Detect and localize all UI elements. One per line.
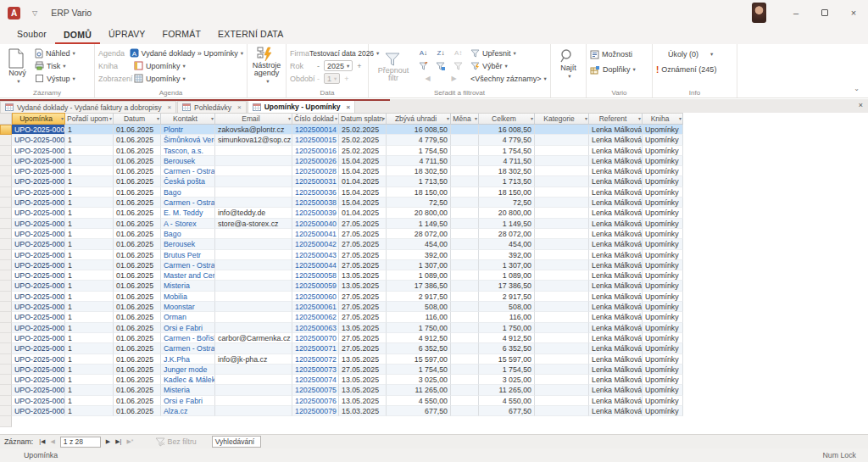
- cell-celkem[interactable]: 1 307,00: [479, 260, 535, 270]
- table-row[interactable]: UPO-2025-00019101.06.2025Orman1202500062…: [0, 312, 868, 322]
- cell-kniha[interactable]: Upomínky: [643, 146, 683, 156]
- cell-kategorie[interactable]: [535, 312, 589, 322]
- row-selector[interactable]: [0, 333, 12, 343]
- cell-mena[interactable]: [451, 354, 479, 365]
- cell-kategorie[interactable]: [535, 281, 589, 291]
- row-selector[interactable]: [0, 375, 12, 385]
- cell-cislo[interactable]: 1202500038: [292, 198, 339, 208]
- column-header-splatnost[interactable]: Datum splatn▾: [339, 113, 387, 125]
- column-header-zbyva[interactable]: Zbývá uhradi▾: [387, 113, 451, 125]
- cell-upominka[interactable]: UPO-2025-00028: [12, 406, 65, 416]
- cell-zbyva[interactable]: 1 754,50: [387, 365, 451, 375]
- cell-upominka[interactable]: UPO-2025-00002: [12, 135, 65, 145]
- cell-poradi[interactable]: 1: [65, 176, 114, 186]
- table-row[interactable]: UPO-2025-00017101.06.2025Mobilia12025000…: [0, 292, 868, 302]
- next-record-button[interactable]: ▶: [103, 438, 113, 445]
- cell-kategorie[interactable]: [535, 219, 589, 229]
- cell-cislo[interactable]: 1202500042: [292, 239, 339, 249]
- cell-kniha[interactable]: Upomínky: [643, 208, 683, 218]
- cell-referent[interactable]: Lenka Málková: [589, 343, 643, 353]
- table-row[interactable]: UPO-2025-00006101.06.2025Česká pošta1202…: [0, 176, 868, 186]
- cell-zbyva[interactable]: 16 008,50: [387, 125, 451, 135]
- year-minus-button[interactable]: -: [317, 62, 320, 70]
- cell-referent[interactable]: Lenka Málková: [589, 229, 643, 239]
- cell-email[interactable]: [215, 312, 292, 322]
- cell-email[interactable]: [215, 146, 292, 156]
- cell-mena[interactable]: [451, 292, 479, 302]
- cell-kategorie[interactable]: [535, 375, 589, 385]
- table-row[interactable]: UPO-2025-00001101.06.2025Plontrzakovska@…: [0, 125, 868, 135]
- column-dropdown-icon[interactable]: ▾: [288, 114, 291, 125]
- cell-kniha[interactable]: Upomínky: [643, 176, 683, 186]
- row-selector[interactable]: [0, 302, 12, 312]
- cell-celkem[interactable]: 17 386,50: [479, 281, 535, 291]
- cell-kniha[interactable]: Upomínky: [643, 270, 683, 281]
- prev-filter-button[interactable]: ◀: [421, 73, 435, 84]
- cell-upominka[interactable]: UPO-2025-00011: [12, 229, 65, 239]
- record-position[interactable]: 1 z 28: [60, 437, 101, 448]
- row-selector[interactable]: [0, 198, 12, 208]
- cell-cislo[interactable]: 1202500058: [292, 270, 339, 281]
- cell-cislo[interactable]: 1202500041: [292, 229, 339, 239]
- cell-celkem[interactable]: 72,50: [479, 198, 535, 208]
- cell-referent[interactable]: Lenka Málková: [589, 239, 643, 249]
- cell-kontakt[interactable]: Misteria: [161, 385, 215, 395]
- cell-celkem[interactable]: 11 265,00: [479, 385, 535, 395]
- cell-email[interactable]: [215, 229, 292, 239]
- cell-kniha[interactable]: Upomínky: [643, 260, 683, 270]
- cell-datum[interactable]: 01.06.2025: [114, 260, 161, 270]
- table-row[interactable]: UPO-2025-00011101.06.2025Bago12025000412…: [0, 229, 868, 239]
- cell-kontakt[interactable]: Carmen - Ostra: [161, 166, 215, 176]
- cell-kniha[interactable]: Upomínky: [643, 323, 683, 333]
- cell-datum[interactable]: 01.06.2025: [114, 302, 161, 312]
- period-plus-button[interactable]: +: [344, 75, 348, 83]
- row-selector[interactable]: [0, 156, 12, 166]
- row-selector[interactable]: [0, 281, 12, 291]
- cell-datum[interactable]: 01.06.2025: [114, 333, 161, 343]
- table-row[interactable]: UPO-2025-00026101.06.2025Misteria1202500…: [0, 385, 868, 395]
- menu-format[interactable]: FORMÁT: [154, 29, 210, 44]
- cell-datum[interactable]: 01.06.2025: [114, 208, 161, 218]
- cell-celkem[interactable]: 677,50: [479, 406, 535, 416]
- cell-kategorie[interactable]: [535, 323, 589, 333]
- cell-celkem[interactable]: 18 150,00: [479, 187, 535, 198]
- cell-celkem[interactable]: 1 754,50: [479, 146, 535, 156]
- firma-selector[interactable]: Testovací data 2026: [309, 49, 374, 58]
- cell-kategorie[interactable]: [535, 208, 589, 218]
- cell-kniha[interactable]: Upomínky: [643, 396, 683, 406]
- agenda-tools-button[interactable]: Nástroje agendy ▾: [251, 47, 282, 87]
- cell-zbyva[interactable]: 4 550,00: [387, 396, 451, 406]
- cell-splatnost[interactable]: 25.02.2025: [339, 146, 387, 156]
- cell-referent[interactable]: Lenka Málková: [589, 176, 643, 186]
- row-selector[interactable]: [0, 219, 12, 229]
- cell-referent[interactable]: Lenka Málková: [589, 302, 643, 312]
- all-records-selector[interactable]: <Všechny záznamy>▾: [470, 72, 547, 85]
- column-header-poradi[interactable]: Pořadí upom▾: [65, 113, 114, 125]
- cell-cislo[interactable]: 1202500044: [292, 260, 339, 270]
- cell-celkem[interactable]: 3 025,00: [479, 375, 535, 385]
- cell-email[interactable]: [215, 250, 292, 260]
- cell-kontakt[interactable]: Master and Cen: [161, 270, 215, 281]
- cell-email[interactable]: zakovska@plontr.cz: [215, 125, 292, 135]
- cell-kontakt[interactable]: Orsi e Fabri: [161, 323, 215, 333]
- cell-splatnost[interactable]: 25.02.2025: [339, 125, 387, 135]
- row-selector[interactable]: [0, 396, 12, 406]
- cell-kategorie[interactable]: [535, 270, 589, 281]
- row-selector[interactable]: [0, 166, 12, 176]
- cell-celkem[interactable]: 2 917,50: [479, 292, 535, 302]
- cell-email[interactable]: [215, 365, 292, 375]
- new-record-nav-button[interactable]: ▶*: [124, 438, 136, 445]
- row-selector[interactable]: [0, 343, 12, 353]
- new-record-button[interactable]: Nový ▾: [3, 47, 31, 87]
- period-minus-button[interactable]: -: [317, 75, 320, 83]
- cell-poradi[interactable]: 1: [65, 312, 114, 322]
- cell-kniha[interactable]: Upomínky: [643, 156, 683, 166]
- cell-referent[interactable]: Lenka Málková: [589, 365, 643, 375]
- cell-zbyva[interactable]: 454,00: [387, 239, 451, 249]
- cell-kontakt[interactable]: Mobilia: [161, 292, 215, 302]
- cell-splatnost[interactable]: 15.04.2025: [339, 198, 387, 208]
- cell-kniha[interactable]: Upomínky: [643, 239, 683, 249]
- cell-upominka[interactable]: UPO-2025-00012: [12, 239, 65, 249]
- cell-datum[interactable]: 01.06.2025: [114, 406, 161, 416]
- cell-referent[interactable]: Lenka Málková: [589, 375, 643, 385]
